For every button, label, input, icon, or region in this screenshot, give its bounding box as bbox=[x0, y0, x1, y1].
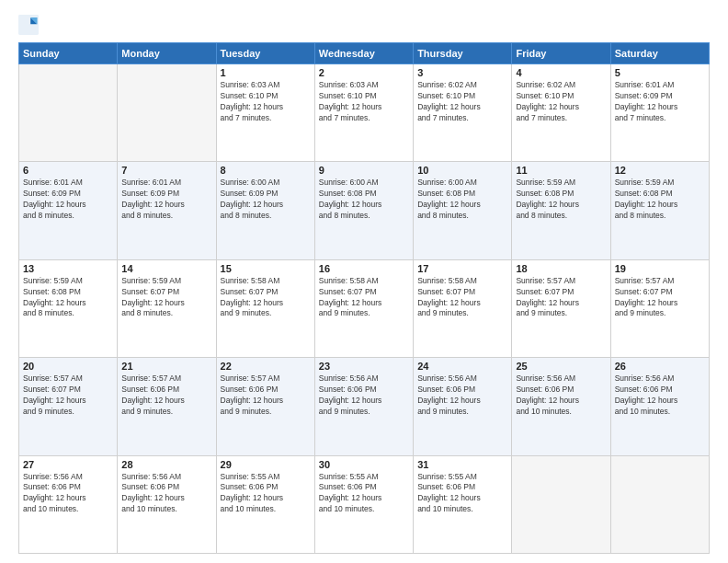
day-number: 18 bbox=[516, 263, 606, 274]
day-number: 21 bbox=[121, 361, 211, 372]
calendar-cell: 13Sunrise: 5:59 AMSunset: 6:08 PMDayligh… bbox=[19, 259, 118, 357]
day-info: Sunrise: 5:57 AMSunset: 6:07 PMDaylight:… bbox=[23, 373, 113, 418]
day-number: 19 bbox=[615, 263, 705, 274]
day-number: 2 bbox=[319, 67, 409, 78]
day-info: Sunrise: 5:58 AMSunset: 6:07 PMDaylight:… bbox=[319, 276, 409, 320]
day-number: 20 bbox=[23, 361, 113, 372]
day-number: 1 bbox=[221, 67, 311, 78]
day-number: 12 bbox=[615, 165, 705, 176]
calendar-cell: 30Sunrise: 5:55 AMSunset: 6:06 PMDayligh… bbox=[314, 455, 413, 553]
day-info: Sunrise: 6:02 AMSunset: 6:10 PMDaylight:… bbox=[417, 80, 507, 124]
day-info: Sunrise: 5:55 AMSunset: 6:06 PMDaylight:… bbox=[221, 472, 311, 516]
page: SundayMondayTuesdayWednesdayThursdayFrid… bbox=[0, 0, 728, 563]
calendar-cell: 16Sunrise: 5:58 AMSunset: 6:07 PMDayligh… bbox=[314, 259, 413, 357]
day-info: Sunrise: 6:00 AMSunset: 6:09 PMDaylight:… bbox=[221, 178, 311, 222]
day-number: 16 bbox=[319, 263, 409, 274]
calendar-table: SundayMondayTuesdayWednesdayThursdayFrid… bbox=[18, 42, 710, 554]
calendar-cell: 19Sunrise: 5:57 AMSunset: 6:07 PMDayligh… bbox=[610, 259, 709, 357]
calendar-cell: 12Sunrise: 5:59 AMSunset: 6:08 PMDayligh… bbox=[610, 162, 709, 259]
calendar-cell: 18Sunrise: 5:57 AMSunset: 6:07 PMDayligh… bbox=[512, 259, 610, 357]
day-number: 29 bbox=[221, 459, 311, 470]
calendar-cell: 7Sunrise: 6:01 AMSunset: 6:09 PMDaylight… bbox=[118, 162, 216, 259]
day-number: 8 bbox=[221, 165, 311, 176]
calendar-cell bbox=[610, 455, 709, 553]
calendar-cell: 28Sunrise: 5:56 AMSunset: 6:06 PMDayligh… bbox=[118, 455, 216, 553]
calendar-cell: 2Sunrise: 6:03 AMSunset: 6:10 PMDaylight… bbox=[314, 64, 413, 162]
calendar-cell: 31Sunrise: 5:55 AMSunset: 6:06 PMDayligh… bbox=[414, 455, 512, 553]
calendar-cell: 9Sunrise: 6:00 AMSunset: 6:08 PMDaylight… bbox=[314, 162, 413, 259]
calendar-cell: 10Sunrise: 6:00 AMSunset: 6:08 PMDayligh… bbox=[414, 162, 512, 259]
calendar-body: 1Sunrise: 6:03 AMSunset: 6:10 PMDaylight… bbox=[19, 64, 710, 554]
day-number: 3 bbox=[417, 67, 507, 78]
day-number: 9 bbox=[319, 165, 409, 176]
logo-icon bbox=[18, 15, 39, 35]
day-info: Sunrise: 5:59 AMSunset: 6:08 PMDaylight:… bbox=[615, 178, 705, 222]
weekday-header: Friday bbox=[512, 43, 610, 64]
day-info: Sunrise: 5:57 AMSunset: 6:07 PMDaylight:… bbox=[516, 276, 606, 320]
day-info: Sunrise: 6:00 AMSunset: 6:08 PMDaylight:… bbox=[417, 178, 507, 222]
day-info: Sunrise: 5:58 AMSunset: 6:07 PMDaylight:… bbox=[221, 276, 311, 320]
weekday-header: Saturday bbox=[610, 43, 709, 64]
day-info: Sunrise: 6:02 AMSunset: 6:10 PMDaylight:… bbox=[516, 80, 606, 124]
day-info: Sunrise: 5:57 AMSunset: 6:06 PMDaylight:… bbox=[221, 373, 311, 418]
day-info: Sunrise: 6:01 AMSunset: 6:09 PMDaylight:… bbox=[23, 178, 113, 222]
calendar-week-row: 20Sunrise: 5:57 AMSunset: 6:07 PMDayligh… bbox=[19, 358, 710, 455]
calendar-cell: 15Sunrise: 5:58 AMSunset: 6:07 PMDayligh… bbox=[216, 259, 314, 357]
day-number: 25 bbox=[516, 361, 606, 372]
header bbox=[18, 15, 710, 35]
day-info: Sunrise: 5:56 AMSunset: 6:06 PMDaylight:… bbox=[516, 373, 606, 418]
calendar-cell: 26Sunrise: 5:56 AMSunset: 6:06 PMDayligh… bbox=[610, 358, 709, 455]
day-info: Sunrise: 5:56 AMSunset: 6:06 PMDaylight:… bbox=[417, 373, 507, 418]
day-number: 14 bbox=[121, 263, 211, 274]
day-number: 15 bbox=[221, 263, 311, 274]
day-number: 22 bbox=[221, 361, 311, 372]
calendar-cell: 5Sunrise: 6:01 AMSunset: 6:09 PMDaylight… bbox=[610, 64, 709, 162]
weekday-header: Sunday bbox=[19, 43, 118, 64]
day-info: Sunrise: 5:56 AMSunset: 6:06 PMDaylight:… bbox=[121, 472, 211, 516]
day-number: 4 bbox=[516, 67, 606, 78]
calendar-header: SundayMondayTuesdayWednesdayThursdayFrid… bbox=[19, 43, 710, 64]
day-info: Sunrise: 5:59 AMSunset: 6:08 PMDaylight:… bbox=[516, 178, 606, 222]
calendar-cell bbox=[118, 64, 216, 162]
calendar-cell: 22Sunrise: 5:57 AMSunset: 6:06 PMDayligh… bbox=[216, 358, 314, 455]
day-number: 24 bbox=[417, 361, 507, 372]
day-info: Sunrise: 5:55 AMSunset: 6:06 PMDaylight:… bbox=[319, 472, 409, 516]
calendar-cell: 24Sunrise: 5:56 AMSunset: 6:06 PMDayligh… bbox=[414, 358, 512, 455]
day-info: Sunrise: 5:58 AMSunset: 6:07 PMDaylight:… bbox=[417, 276, 507, 320]
day-number: 5 bbox=[615, 67, 705, 78]
day-info: Sunrise: 5:56 AMSunset: 6:06 PMDaylight:… bbox=[615, 373, 705, 418]
day-number: 11 bbox=[516, 165, 606, 176]
calendar-cell: 23Sunrise: 5:56 AMSunset: 6:06 PMDayligh… bbox=[314, 358, 413, 455]
day-number: 6 bbox=[23, 165, 113, 176]
day-info: Sunrise: 6:00 AMSunset: 6:08 PMDaylight:… bbox=[319, 178, 409, 222]
day-number: 23 bbox=[319, 361, 409, 372]
calendar-week-row: 27Sunrise: 5:56 AMSunset: 6:06 PMDayligh… bbox=[19, 455, 710, 553]
calendar-cell: 25Sunrise: 5:56 AMSunset: 6:06 PMDayligh… bbox=[512, 358, 610, 455]
calendar-cell: 27Sunrise: 5:56 AMSunset: 6:06 PMDayligh… bbox=[19, 455, 118, 553]
day-number: 13 bbox=[23, 263, 113, 274]
logo bbox=[18, 15, 42, 35]
calendar-cell bbox=[19, 64, 118, 162]
calendar-cell: 14Sunrise: 5:59 AMSunset: 6:07 PMDayligh… bbox=[118, 259, 216, 357]
day-number: 26 bbox=[615, 361, 705, 372]
day-info: Sunrise: 6:03 AMSunset: 6:10 PMDaylight:… bbox=[221, 80, 311, 124]
calendar-cell: 17Sunrise: 5:58 AMSunset: 6:07 PMDayligh… bbox=[414, 259, 512, 357]
day-info: Sunrise: 5:55 AMSunset: 6:06 PMDaylight:… bbox=[417, 472, 507, 516]
day-number: 27 bbox=[23, 459, 113, 470]
calendar-cell: 21Sunrise: 5:57 AMSunset: 6:06 PMDayligh… bbox=[118, 358, 216, 455]
day-info: Sunrise: 6:01 AMSunset: 6:09 PMDaylight:… bbox=[121, 178, 211, 222]
day-number: 17 bbox=[417, 263, 507, 274]
calendar-cell: 8Sunrise: 6:00 AMSunset: 6:09 PMDaylight… bbox=[216, 162, 314, 259]
day-info: Sunrise: 5:56 AMSunset: 6:06 PMDaylight:… bbox=[319, 373, 409, 418]
day-info: Sunrise: 5:57 AMSunset: 6:07 PMDaylight:… bbox=[615, 276, 705, 320]
day-info: Sunrise: 6:03 AMSunset: 6:10 PMDaylight:… bbox=[319, 80, 409, 124]
day-number: 10 bbox=[417, 165, 507, 176]
calendar-cell: 1Sunrise: 6:03 AMSunset: 6:10 PMDaylight… bbox=[216, 64, 314, 162]
day-info: Sunrise: 5:57 AMSunset: 6:06 PMDaylight:… bbox=[121, 373, 211, 418]
weekday-header: Wednesday bbox=[314, 43, 413, 64]
calendar-cell: 4Sunrise: 6:02 AMSunset: 6:10 PMDaylight… bbox=[512, 64, 610, 162]
calendar-cell: 11Sunrise: 5:59 AMSunset: 6:08 PMDayligh… bbox=[512, 162, 610, 259]
calendar-week-row: 13Sunrise: 5:59 AMSunset: 6:08 PMDayligh… bbox=[19, 259, 710, 357]
day-number: 30 bbox=[319, 459, 409, 470]
calendar-cell: 3Sunrise: 6:02 AMSunset: 6:10 PMDaylight… bbox=[414, 64, 512, 162]
